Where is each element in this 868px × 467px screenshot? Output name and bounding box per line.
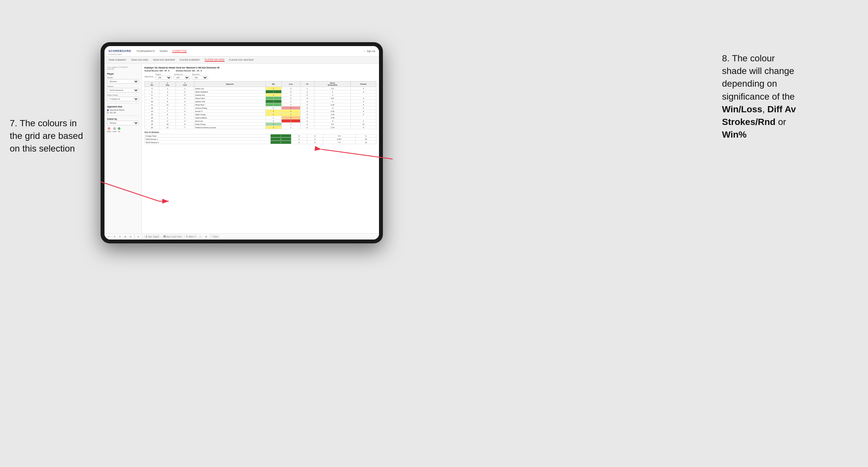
ood-cell-rounds: 30 — [355, 137, 376, 141]
radio-opponents-played[interactable]: Opponents Played — [107, 109, 139, 111]
sub-nav-player-h2h-heatmap[interactable]: PLAYER H2H HEATMAP — [229, 59, 254, 61]
cell-div: 16 — [145, 116, 159, 119]
radio-top100-dot — [107, 112, 109, 114]
filter-region-label: Region — [155, 73, 172, 75]
cell-loss: 3 — [282, 119, 300, 123]
th-div: #Div — [145, 82, 159, 87]
cell-diff: -3 — [314, 106, 351, 110]
cell-div: 20 — [145, 126, 159, 129]
filter-region: Region (All) — [155, 73, 172, 80]
filter-opponent-select[interactable]: (All) — [192, 75, 208, 80]
th-win: Win — [266, 82, 282, 87]
cell-conf: 4 — [176, 110, 194, 113]
cell-loss: 0 — [282, 90, 300, 93]
share-btn[interactable]: ↗ Share — [210, 235, 220, 238]
save-custom-btn[interactable]: 💾 Save Custom View — [162, 235, 183, 238]
filter-region-select[interactable]: (All) — [155, 75, 172, 80]
cell-tie: 0 — [300, 126, 314, 129]
cell-diff: -0.94 — [314, 116, 351, 119]
cell-rounds: 6 — [351, 126, 376, 129]
sub-nav-team-h2h-heatmap[interactable]: TEAM H2H HEATMAP — [153, 59, 175, 61]
redo-left-btn[interactable]: ↺ — [113, 235, 116, 238]
sidebar-division-label: Division — [107, 85, 139, 87]
table-row: 6 3 3 Sydney Kuo 1 0 0 -1 — [145, 93, 376, 97]
cell-rounds — [351, 116, 376, 119]
ood-cell-diff: 9.267 — [323, 137, 355, 141]
colour-by-select[interactable]: Win/loss — [107, 121, 139, 125]
annotation-right-bold3: Strokes/Rnd — [722, 117, 776, 127]
sign-out-link[interactable]: Sign out — [367, 50, 375, 52]
annotation-right: 8. The colour shade will change dependin… — [722, 52, 858, 141]
annotation-right-bold2: Diff Av — [767, 104, 796, 114]
filter-opponent: Opponent (All) — [192, 73, 208, 80]
filter-conference-select[interactable]: (All) — [174, 75, 190, 80]
filter-opponent-label: Opponent — [192, 73, 208, 75]
share-label: Share — [214, 236, 218, 238]
watch-btn[interactable]: 👁 Watch ▾ — [185, 235, 196, 238]
table-row: 14 7 4 Eunice Yi 2 2 0 0.38 9 — [145, 110, 376, 113]
cell-diff: -5 — [314, 119, 351, 123]
table-row: 18 2 2 Euna Lee 0 3 0 -5 2 — [145, 119, 376, 123]
nav-tournaments[interactable]: TOURNAMENTS — [136, 50, 155, 52]
legend-up-label: Up — [118, 130, 120, 132]
annotation-right-line4: significance of the — [722, 92, 795, 101]
paste-btn[interactable]: ⊡ — [129, 235, 132, 238]
sub-nav: TEAM SUMMARY TEAM H2H GRID TEAM H2H HEAT… — [104, 57, 379, 64]
ood-table-row: NCAA Division 2 5 0 0 7.4 10 — [145, 141, 376, 144]
main-content: Last Updated: 27/03/2024 16:55:38 Player… — [104, 64, 379, 234]
sub-nav-player-h2h-grid[interactable]: PLAYER H2H GRID — [205, 58, 224, 62]
cell-div: 15 — [145, 113, 159, 116]
grid-btn[interactable]: ⊞ — [205, 235, 208, 238]
ood-cell-diff: 7.4 — [323, 141, 355, 144]
player-rank-select[interactable]: 8. Katelyn Vo — [107, 97, 139, 101]
cell-div: 5 — [145, 90, 159, 93]
table-row: 16 1 1 Jessica Mason 1 2 0 -0.94 — [145, 116, 376, 119]
grid-title: Katelyn Vo Head-to-Head Grid for Women's… — [145, 66, 376, 69]
radio-opponents-played-dot — [107, 110, 109, 111]
grid-records: Overall Record: 353 - 34 - 6 Division Re… — [145, 70, 376, 72]
sub-nav-player-summary[interactable]: PLAYER SUMMARY — [180, 59, 200, 61]
cell-opponent: Jessica Huang — [194, 106, 266, 110]
cell-win: 4 — [266, 123, 282, 126]
cell-win: 2 — [266, 126, 282, 129]
logo: SCOREBOARD Powered by clippd — [108, 48, 136, 55]
copy-btn[interactable]: ⧉ — [124, 235, 127, 238]
cell-loss: 0 — [282, 93, 300, 97]
table-row: 13 1 1 Jessica Huang 0 1 0 -3 2 — [145, 106, 376, 110]
cell-reg: 11 — [159, 103, 176, 106]
redo-right-btn[interactable]: ↻ — [118, 235, 122, 238]
cell-opponent: Euna Lee — [194, 119, 266, 123]
ood-cell-loss: 0 — [291, 141, 307, 144]
cell-diff: 3.67 — [314, 97, 351, 100]
cell-conf: 1 — [176, 87, 194, 90]
radio-top100[interactable]: Top 100 — [107, 112, 139, 114]
cell-win: 0 — [266, 119, 282, 123]
cell-reg: 1 — [159, 87, 176, 90]
cell-rounds: 2 — [351, 119, 376, 123]
cell-win: 2 — [266, 100, 282, 103]
ood-cell-win: 15 — [271, 137, 291, 141]
nav-teams[interactable]: TEAMS — [159, 50, 168, 52]
view-original-label: View: Original — [148, 236, 159, 238]
undo-btn[interactable]: ↩ — [107, 235, 111, 238]
division-select[interactable]: NCAA Division III — [107, 88, 139, 93]
sub-nav-team-h2h-grid[interactable]: TEAM H2H GRID — [131, 59, 148, 61]
h2h-table: #Div #Reg #Conf Opponent Win Loss Tie Di… — [145, 81, 376, 129]
cell-win: 1 — [266, 113, 282, 116]
sub-nav-team-summary[interactable]: TEAM SUMMARY — [108, 59, 126, 61]
expand-btn[interactable]: ⛶ — [198, 235, 203, 238]
table-row: 10 6 3 Andrea York 2 0 0 4 4 — [145, 100, 376, 103]
nav-committee[interactable]: COMMITTEE — [172, 50, 187, 53]
cell-diff: 4 — [314, 90, 351, 93]
out-of-division-header: Out of division — [145, 131, 376, 133]
filter-conference: Conference (All) — [174, 73, 190, 80]
refresh-btn[interactable]: ⟳ — [136, 235, 140, 238]
cell-reg: 3 — [159, 93, 176, 97]
view-original-btn[interactable]: ⊞ View: Original — [145, 235, 160, 238]
table-row: 15 8 5 Stella Cheng 1 1 0 1.29 4 — [145, 113, 376, 116]
top-nav: SCOREBOARD Powered by clippd TOURNAMENTS… — [104, 46, 379, 57]
gender-select[interactable]: Women's — [107, 79, 139, 84]
ood-cell-label: Foreign Team — [145, 134, 271, 137]
annotation-right-winpct: Win% — [722, 129, 747, 139]
cell-loss: 0 — [282, 87, 300, 90]
